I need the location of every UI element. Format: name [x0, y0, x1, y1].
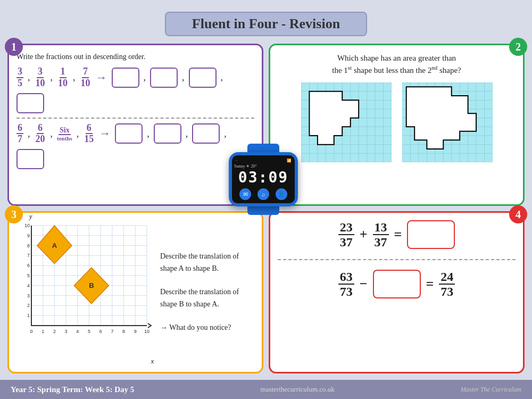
q1-number: 1	[5, 38, 23, 56]
q3-text3: → What do you notice?	[160, 322, 254, 334]
answer-box-1a[interactable]	[112, 68, 139, 88]
watch-screen: ··· 📶 Sunny ☀ 20° 03:09 ✉ ⌕ 👤	[232, 155, 295, 203]
watch-icons-row: ✉ ⌕ 👤	[234, 188, 293, 200]
answer-box-1d[interactable]	[16, 93, 44, 113]
watch-search-icon[interactable]: ⌕	[257, 188, 269, 200]
frac-3-5: 3 5	[16, 66, 23, 89]
shape-canvas-1	[301, 82, 392, 162]
watch-person-icon[interactable]: 👤	[276, 188, 287, 200]
quadrant-2: 2 Which shape has an area greater than t…	[269, 44, 525, 206]
q4-eq1: 23 37 + 13 37 =	[278, 220, 516, 250]
watch-status: ··· 📶	[234, 159, 293, 163]
divider-q4	[278, 259, 516, 260]
watch-weather: Sunny ☀ 20°	[234, 164, 293, 169]
answer-box-2c[interactable]	[192, 123, 220, 144]
frac-6-7: 6 7	[16, 123, 23, 145]
divider-q1	[16, 118, 254, 119]
q2-text-before-sup1: the 1	[332, 66, 348, 74]
quadrant-1: 1 Write the fractions out in descending …	[7, 44, 263, 206]
watch-overlay: ··· 📶 Sunny ☀ 20° 03:09 ✉ ⌕ 👤	[229, 144, 298, 215]
answer-box-2a[interactable]	[115, 123, 143, 144]
q3-text2: Describe the translation ofshape B to sh…	[160, 286, 254, 310]
shape-canvas-2	[402, 82, 493, 162]
frac-23-37: 23 37	[338, 220, 354, 250]
footer: Year 5: Spring Term: Week 5: Day 5 maste…	[0, 380, 532, 399]
quadrant-4: 4 23 37 + 13 37 = 63	[269, 211, 525, 373]
footer-left: Year 5: Spring Term: Week 5: Day 5	[11, 385, 134, 394]
title-bar: Fluent in Four - Revision	[165, 12, 367, 36]
watch-mail-icon[interactable]: ✉	[239, 188, 251, 200]
frac-13-37: 13 37	[373, 220, 389, 250]
q1-instruction: Write the fractions out in descending or…	[16, 53, 254, 61]
answer-box-eq1[interactable]	[407, 220, 455, 249]
footer-center: masterthecurriculum.co.uk	[261, 385, 335, 394]
q2-instruction: Which shape has an area greater than the…	[278, 53, 516, 76]
frac-6-15: 6 15	[83, 123, 95, 145]
answer-box-2b[interactable]	[154, 123, 181, 144]
watch-time: 03:09	[234, 169, 293, 186]
frac-7-10: 7 10	[80, 66, 92, 89]
q3-text: Describe the translation ofshape A to sh…	[160, 220, 254, 364]
shapes-row	[278, 82, 516, 162]
frac-24-73: 24 73	[439, 270, 455, 299]
minus-op: −	[360, 276, 368, 292]
plus-op: +	[360, 227, 368, 243]
arrow-right-1: →	[96, 71, 107, 85]
q2-sup2: nd	[431, 64, 437, 71]
quadrant-3: 3 y x Describe the translation ofshape A…	[7, 211, 263, 373]
watch-body: ··· 📶 Sunny ☀ 20° 03:09 ✉ ⌕ 👤	[229, 152, 298, 206]
answer-box-2d[interactable]	[16, 149, 44, 169]
q3-text1: Describe the translation ofshape A to sh…	[160, 251, 254, 275]
graph-canvas	[16, 220, 152, 337]
q3-inner: y x Describe the translation ofshape A t…	[16, 220, 254, 364]
answer-box-1b[interactable]	[150, 68, 178, 88]
arrow-right-2: →	[99, 127, 111, 140]
q1-row1: 3 5 , 3 10 , 1 10 , 7 10 → , , ,	[16, 66, 254, 113]
equals-1: =	[394, 227, 402, 243]
q2-number: 2	[509, 38, 527, 56]
answer-box-1c[interactable]	[189, 68, 217, 88]
page-title: Fluent in Four - Revision	[192, 16, 340, 32]
q4-number: 4	[509, 205, 527, 223]
q1-row2: 6 7 , 6 20 , Six tenths , 6 15 → , ,	[16, 123, 254, 170]
frac-63-73: 63 73	[338, 270, 354, 299]
graph-area: y x	[16, 220, 155, 364]
equals-2: =	[426, 276, 434, 292]
y-axis-label: y	[29, 213, 32, 221]
frac-six-tenths: Six tenths	[57, 126, 72, 142]
frac-6-20: 6 20	[35, 123, 46, 145]
answer-box-eq2[interactable]	[373, 270, 421, 298]
footer-brand: Master The Curriculum	[461, 386, 521, 394]
frac-1-10: 1 10	[57, 66, 69, 89]
frac-3-10: 3 10	[35, 66, 46, 89]
q4-eq2: 63 73 − = 24 73	[278, 270, 516, 299]
q4-inner: 23 37 + 13 37 = 63 73 − =	[278, 220, 516, 299]
x-axis-label: x	[151, 358, 154, 365]
